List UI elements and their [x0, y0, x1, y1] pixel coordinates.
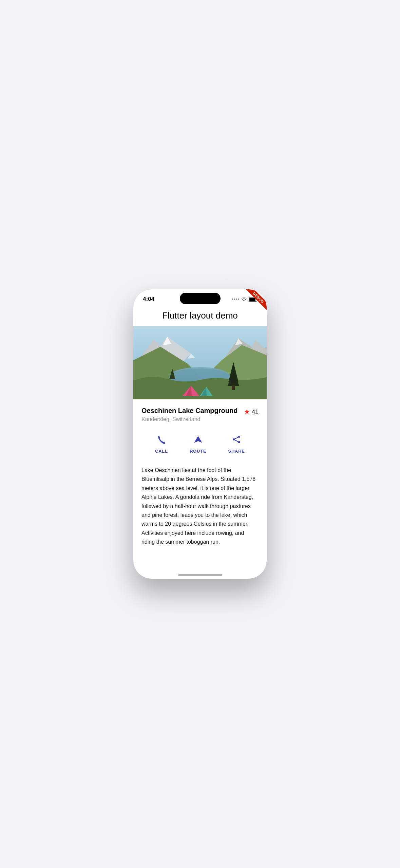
app-title: Flutter layout demo — [133, 306, 267, 326]
status-right — [232, 296, 257, 302]
dynamic-island — [180, 293, 221, 304]
route-icon — [193, 435, 203, 447]
hero-image — [133, 326, 267, 399]
location-section: Oeschinen Lake Campground Kandersteg, Sw… — [133, 399, 267, 425]
call-button[interactable]: CALL — [148, 432, 175, 456]
share-button[interactable]: SHARE — [221, 432, 252, 456]
share-label: SHARE — [228, 449, 245, 454]
status-time: 4:04 — [143, 296, 154, 303]
svg-line-25 — [234, 437, 239, 439]
location-info: Oeschinen Lake Campground Kandersteg, Sw… — [141, 406, 244, 422]
phone-screen: 4:04 — [133, 289, 267, 579]
action-buttons: CALL ROUTE — [133, 425, 267, 463]
rating-count: 41 — [252, 409, 259, 416]
home-indicator — [178, 574, 222, 576]
signal-icon — [232, 299, 239, 300]
svg-marker-21 — [194, 436, 202, 443]
description-text: Lake Oeschinen lies at the foot of the B… — [133, 463, 267, 560]
call-label: CALL — [155, 449, 168, 454]
battery-icon — [249, 297, 257, 302]
wifi-icon — [241, 296, 247, 302]
location-place: Kandersteg, Switzerland — [141, 416, 244, 422]
phone-frame: 4:04 — [133, 289, 267, 579]
call-icon — [157, 435, 166, 447]
route-label: ROUTE — [190, 449, 207, 454]
svg-line-26 — [234, 439, 239, 442]
location-name: Oeschinen Lake Campground — [141, 406, 244, 415]
svg-rect-11 — [232, 385, 235, 390]
route-button[interactable]: ROUTE — [183, 432, 213, 456]
star-icon: ★ — [244, 408, 250, 416]
share-icon — [232, 435, 241, 447]
rating-section: ★ 41 — [244, 406, 259, 416]
